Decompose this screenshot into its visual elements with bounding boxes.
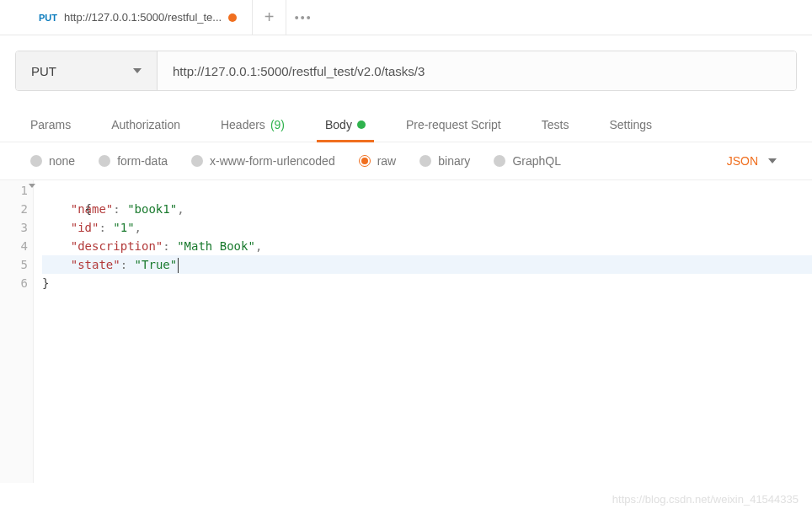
body-type-raw[interactable]: raw — [359, 154, 397, 168]
code-line: { — [42, 181, 812, 200]
editor-gutter: 1 2 3 4 5 6 — [0, 180, 34, 483]
tab-bar: PUT http://127.0.0.1:5000/restful_te... … — [0, 0, 812, 35]
radio-icon — [99, 155, 110, 167]
radio-icon — [191, 155, 203, 167]
request-url-input[interactable] — [158, 51, 796, 90]
code-line: } — [42, 274, 812, 292]
tab-tests[interactable]: Tests — [521, 110, 590, 142]
body-type-graphql[interactable]: GraphQL — [494, 154, 561, 168]
http-method-value: PUT — [31, 64, 56, 78]
tab-prerequest[interactable]: Pre-request Script — [386, 110, 521, 142]
code-editor[interactable]: 1 2 3 4 5 6 { "name": "book1", "id": "1"… — [0, 179, 812, 483]
radio-icon — [494, 155, 505, 167]
cursor-icon — [178, 258, 179, 273]
new-tab-button[interactable]: + — [253, 0, 286, 35]
body-type-form-data[interactable]: form-data — [99, 154, 168, 168]
code-line: "id": "1", — [42, 218, 812, 237]
tab-body[interactable]: Body — [305, 110, 386, 142]
http-method-select[interactable]: PUT — [16, 51, 158, 90]
body-type-binary[interactable]: binary — [419, 154, 470, 168]
tab-authorization[interactable]: Authorization — [91, 110, 200, 142]
fold-marker-icon[interactable] — [29, 184, 35, 188]
body-type-urlencoded[interactable]: x-www-form-urlencoded — [191, 154, 335, 168]
request-section-tabs: Params Authorization Headers (9) Body Pr… — [0, 103, 812, 142]
tab-title: http://127.0.0.1:5000/restful_te... — [64, 11, 222, 24]
chevron-down-icon — [133, 68, 142, 73]
tab-headers[interactable]: Headers (9) — [200, 110, 305, 142]
headers-count: (9) — [270, 118, 285, 131]
watermark-text: https://blog.csdn.net/weixin_41544335 — [612, 493, 799, 506]
raw-format-select[interactable]: JSON — [727, 154, 782, 168]
editor-code-area[interactable]: { "name": "book1", "id": "1", "descripti… — [34, 180, 812, 483]
raw-format-value: JSON — [727, 154, 758, 168]
url-bar: PUT — [15, 51, 797, 91]
code-line-active: "state": "True" — [42, 255, 812, 274]
tab-method-label: PUT — [39, 13, 57, 23]
radio-icon — [30, 155, 42, 167]
chevron-down-icon — [768, 158, 777, 163]
tab-params[interactable]: Params — [0, 110, 91, 142]
tab-overflow-button[interactable]: ••• — [286, 0, 320, 35]
body-modified-icon — [357, 120, 366, 129]
tab-settings[interactable]: Settings — [589, 110, 672, 142]
radio-icon — [359, 155, 371, 167]
request-tab[interactable]: PUT http://127.0.0.1:5000/restful_te... — [24, 0, 253, 35]
url-region: PUT — [0, 35, 812, 103]
unsaved-indicator-icon — [228, 13, 237, 22]
code-line: "description": "Math Book", — [42, 237, 812, 255]
radio-icon — [419, 155, 431, 167]
body-type-none[interactable]: none — [30, 154, 75, 168]
code-line: "name": "book1", — [42, 200, 812, 218]
body-type-row: none form-data x-www-form-urlencoded raw… — [0, 142, 812, 179]
